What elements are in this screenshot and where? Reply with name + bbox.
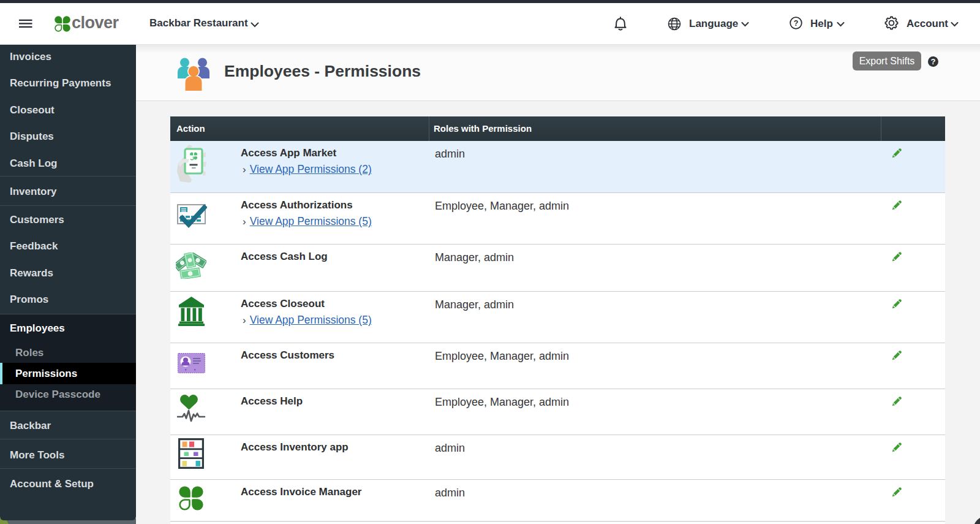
svg-text:?: ? — [794, 19, 799, 28]
